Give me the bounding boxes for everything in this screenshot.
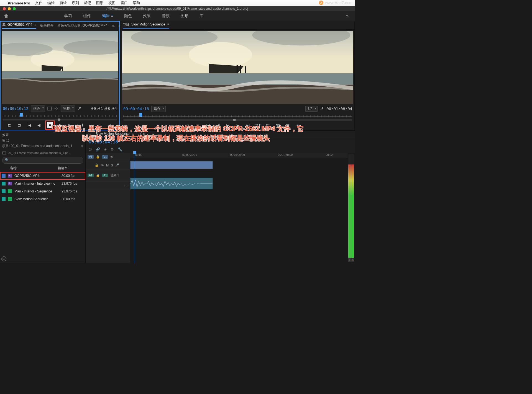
source-video-viewport[interactable] <box>2 31 118 104</box>
go-to-in-button[interactable]: |◀ <box>27 123 32 128</box>
menu-graphics[interactable]: 图形 <box>96 1 103 6</box>
insert-button[interactable]: ⬚⬇ <box>78 123 83 128</box>
bin-item[interactable]: GOPR2562.MP4 30.00 fps <box>0 172 85 180</box>
solo-l[interactable]: S <box>348 258 351 262</box>
program-tab[interactable]: 节目: Slow Motion Sequence ≡ <box>123 22 169 29</box>
extract-button[interactable]: ⬚ <box>265 123 270 128</box>
menu-clip[interactable]: 剪辑 <box>60 1 67 6</box>
ws-tab-libraries[interactable]: 库 <box>200 14 203 19</box>
wrench-icon[interactable]: 🔧 <box>118 147 122 151</box>
lift-button[interactable]: ⬚⬆ <box>255 123 260 128</box>
minimize-button[interactable] <box>8 7 11 10</box>
export-frame-button[interactable]: 📷 <box>275 123 280 128</box>
program-playhead[interactable] <box>139 113 142 117</box>
menu-marker[interactable]: 标记 <box>84 1 91 6</box>
a1-target[interactable]: A1 <box>102 174 108 177</box>
voice-over-icon[interactable]: 🎤 <box>115 163 119 167</box>
menu-sequence[interactable]: 序列 <box>72 1 79 6</box>
collapse-icon[interactable]: ◦ <box>127 184 129 187</box>
col-name[interactable]: 名称 <box>3 166 58 171</box>
play-button[interactable]: ▶ <box>225 123 230 128</box>
step-forward-button[interactable]: |▶ <box>235 123 240 128</box>
menu-file[interactable]: 文件 <box>35 1 42 6</box>
export-frame-button[interactable]: » <box>98 123 103 128</box>
program-video-viewport[interactable] <box>122 31 353 104</box>
source-tab-extra[interactable]: 元 <box>111 23 115 28</box>
audio-clip[interactable] <box>130 178 213 189</box>
menu-view[interactable]: 视图 <box>108 1 116 6</box>
timeline-tab[interactable]: Slow Motion Sequence ≡ <box>96 132 134 137</box>
mute-button[interactable]: M <box>106 164 109 167</box>
source-current-timecode[interactable]: 00:00:10:12 <box>3 106 29 111</box>
menu-help[interactable]: 帮助 <box>133 1 140 6</box>
bin-icon[interactable] <box>2 151 6 155</box>
go-to-in-button[interactable]: |◀ <box>205 123 210 128</box>
menu-window[interactable]: 窗口 <box>121 1 128 6</box>
go-to-out-button[interactable]: ▶| <box>245 123 250 128</box>
snap-icon[interactable]: ⬡ <box>89 147 92 151</box>
creative-cloud-icon[interactable] <box>1 256 7 262</box>
timeline-playhead[interactable] <box>135 153 135 263</box>
add-button[interactable]: + <box>295 123 300 128</box>
source-zoom-select[interactable]: 适合 <box>31 105 45 112</box>
mark-out-button[interactable]: ⊐ <box>195 123 200 128</box>
play-stop-button[interactable]: ■ <box>47 122 53 128</box>
timeline-timecode[interactable]: 00:00:04:18 <box>86 138 355 146</box>
bin-item[interactable]: Slow Motion Sequence 30.00 fps <box>0 195 85 203</box>
add-button[interactable]: + <box>108 123 113 128</box>
home-icon[interactable] <box>3 13 9 19</box>
col-fps[interactable]: 帧速率 <box>58 166 83 171</box>
settings-icon[interactable]: ⚙ <box>111 147 114 151</box>
wrench-icon[interactable] <box>77 106 82 111</box>
v1-target[interactable]: V1 <box>102 155 108 159</box>
label-swatch[interactable] <box>2 189 6 193</box>
label-swatch[interactable] <box>2 182 6 186</box>
bin-item[interactable]: Mari - Interior - Sequence 23.976 fps <box>0 187 85 195</box>
solo-r[interactable]: S <box>351 258 354 262</box>
wrench-icon[interactable] <box>320 107 324 111</box>
panel-tab-effects[interactable]: 效果 <box>2 132 9 138</box>
go-to-out-button[interactable]: ▶| <box>68 123 73 128</box>
source-scrubber[interactable] <box>3 112 117 120</box>
expand-icon[interactable]: ◦ <box>124 184 125 187</box>
program-current-timecode[interactable]: 00:00:04:18 <box>123 107 149 111</box>
linked-selection-icon[interactable]: 🔗 <box>96 147 100 151</box>
ws-tab-editing[interactable]: 编辑 ≡ <box>102 14 113 19</box>
safe-margins-icon[interactable] <box>54 106 58 111</box>
app-name[interactable]: Premiere Pro <box>8 1 30 5</box>
add-marker-button[interactable]: ▿ <box>175 123 180 128</box>
program-zoom-select[interactable]: 适合 <box>151 106 166 112</box>
bin-item[interactable]: Mari - Interior - Interview - o 23.976 f… <box>0 180 85 187</box>
close-button[interactable] <box>3 7 6 10</box>
tools-tab[interactable]: 工具 <box>139 132 146 137</box>
time-ruler[interactable]: :00:00 00:00:30:00 00:01:00:00 00:01:30:… <box>130 153 347 158</box>
source-tab-effect-controls[interactable]: 效果控件 <box>40 23 53 28</box>
ws-tab-assembly[interactable]: 组件 <box>83 14 91 19</box>
maximize-button[interactable] <box>13 7 16 10</box>
mark-out-button[interactable]: ⊐ <box>17 123 22 128</box>
a1-source[interactable]: A1 <box>88 174 94 177</box>
source-playhead[interactable] <box>20 113 23 117</box>
label-swatch[interactable] <box>2 197 6 201</box>
label-swatch[interactable] <box>2 174 6 178</box>
ws-tab-audio[interactable]: 音频 <box>162 14 170 19</box>
solo-button[interactable]: S <box>111 164 113 167</box>
marker-icon[interactable]: ◈ <box>104 147 107 151</box>
step-back-button[interactable]: ◀| <box>215 123 220 128</box>
timeline-content[interactable]: :00:00 00:00:30:00 00:01:00:00 00:01:30:… <box>130 153 347 263</box>
panel-tab-markers[interactable]: 标记 <box>2 138 9 143</box>
source-tab-audio-mixer[interactable]: 音频剪辑混合器: GOPR2562.MP4 <box>57 23 108 28</box>
workspace-overflow[interactable]: » <box>346 14 351 19</box>
source-quality-select[interactable]: 完整 <box>61 105 75 112</box>
panel-tab-project[interactable]: 项目: 09_01 Frame rates and audio channels… <box>2 143 72 149</box>
mark-in-button[interactable]: ⊏ <box>7 123 12 128</box>
mark-in-button[interactable]: ⊏ <box>185 123 190 128</box>
ws-tab-learn[interactable]: 学习 <box>64 14 72 19</box>
overwrite-button[interactable]: ⬚ <box>88 123 93 128</box>
search-input[interactable] <box>2 157 83 164</box>
menu-edit[interactable]: 编辑 <box>47 1 55 6</box>
program-quality-select[interactable]: 1/2 <box>305 106 318 112</box>
video-clip[interactable] <box>130 161 213 169</box>
settings-icon[interactable] <box>47 106 52 111</box>
program-scrubber[interactable] <box>123 112 352 121</box>
